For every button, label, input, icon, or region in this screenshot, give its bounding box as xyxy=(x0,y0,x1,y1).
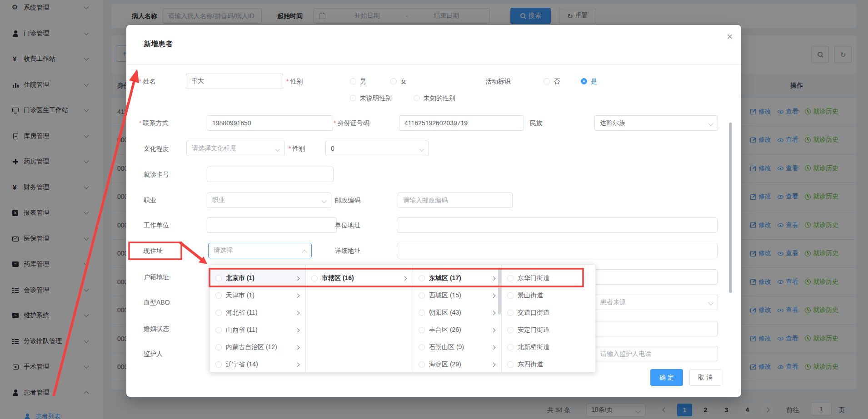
radio-icon[interactable] xyxy=(507,275,514,281)
radio-icon[interactable] xyxy=(507,327,514,333)
chevron-right-icon xyxy=(491,345,496,350)
radio-unknown-gender[interactable] xyxy=(414,95,420,101)
chevron-right-icon xyxy=(491,276,496,281)
cascader-option[interactable]: 交道口街道 xyxy=(502,304,596,321)
active-flag-label: 活动标识 xyxy=(485,74,511,89)
chevron-right-icon xyxy=(295,311,300,315)
guardian-phone-input[interactable] xyxy=(595,346,718,361)
radio-icon[interactable] xyxy=(215,344,222,350)
radio-icon[interactable] xyxy=(419,327,425,333)
chevron-right-icon xyxy=(295,293,300,298)
radio-icon[interactable] xyxy=(215,361,222,368)
cancel-button[interactable]: 取 消 xyxy=(689,369,721,386)
cascader-option[interactable]: 朝阳区 (43) xyxy=(413,304,501,321)
radio-icon[interactable] xyxy=(419,292,425,299)
detail-address-input[interactable] xyxy=(397,243,718,258)
gender2-select[interactable]: 0 xyxy=(325,141,429,156)
cascader-province-column: 北京市 (1) 天津市 (1) 河北省 (11) 山西省 (11) xyxy=(210,265,306,372)
radio-male[interactable] xyxy=(350,78,356,84)
address-cascader-panel: 北京市 (1) 天津市 (1) 河北省 (11) 山西省 (11) xyxy=(210,264,596,373)
ethnicity-select[interactable]: 达斡尔族 xyxy=(594,115,718,131)
postal-input[interactable] xyxy=(398,192,513,208)
cascader-option[interactable]: 天津市 (1) xyxy=(210,287,305,304)
cascader-option[interactable]: 西城区 (15) xyxy=(413,287,501,304)
radio-icon[interactable] xyxy=(215,327,222,333)
cascader-option[interactable]: 东四街道 xyxy=(502,356,596,373)
chevron-up-icon xyxy=(302,250,307,255)
current-address-label: 现住址 xyxy=(144,243,163,258)
cascader-option[interactable]: 海淀区 (29) xyxy=(413,356,501,373)
radio-icon[interactable] xyxy=(507,310,514,316)
household-address-label: 户籍地址 xyxy=(144,269,169,285)
radio-icon[interactable] xyxy=(215,310,222,316)
cascader-street-column: 东华门街道 景山街道 交道口街道 安定门街道 北新桥街道 xyxy=(502,265,596,372)
radio-active-yes-label[interactable]: 是 xyxy=(591,74,597,89)
cascader-option[interactable]: 北京市 (1) xyxy=(210,270,305,287)
modal-scrollbar[interactable] xyxy=(729,123,732,293)
name-label: *姓名 xyxy=(139,74,155,89)
occupation-select[interactable]: 职业 xyxy=(207,192,331,208)
cascader-option[interactable]: 景山街道 xyxy=(502,287,596,304)
radio-unknown-gender-label[interactable]: 未知的性别 xyxy=(424,90,455,106)
cascader-scrollbar[interactable] xyxy=(498,267,501,315)
chevron-down-icon xyxy=(419,146,424,151)
radio-icon[interactable] xyxy=(419,310,425,316)
chevron-right-icon xyxy=(491,311,496,315)
radio-active-no[interactable] xyxy=(544,78,550,84)
cascader-option[interactable]: 石景山区 (9) xyxy=(413,339,501,356)
blood-type-label: 血型ABO xyxy=(144,295,170,310)
radio-icon[interactable] xyxy=(507,344,514,350)
phone-input[interactable] xyxy=(207,115,333,131)
radio-icon[interactable] xyxy=(311,275,318,281)
chevron-down-icon xyxy=(708,121,713,126)
chevron-right-icon xyxy=(491,293,496,298)
marital-status-label: 婚姻状态 xyxy=(144,321,169,336)
patient-source-select[interactable]: 患者来源 xyxy=(595,295,718,310)
radio-unexplained-gender[interactable] xyxy=(350,95,356,101)
name-input[interactable] xyxy=(186,74,283,89)
radio-icon[interactable] xyxy=(215,292,222,299)
cascader-option[interactable]: 河北省 (11) xyxy=(210,304,305,321)
cascader-option[interactable]: 市辖区 (16) xyxy=(306,270,413,287)
cascader-option[interactable]: 安定门街道 xyxy=(502,321,596,339)
work-unit-input[interactable] xyxy=(207,217,337,233)
radio-unexplained-gender-label[interactable]: 未说明性别 xyxy=(360,90,392,106)
work-unit-label: 工作单位 xyxy=(144,217,169,233)
chevron-down-icon xyxy=(708,300,713,305)
id-card-label: *身份证号码 xyxy=(334,115,369,131)
unit-address-input[interactable] xyxy=(397,217,718,233)
confirm-button[interactable]: 确 定 xyxy=(650,369,683,386)
radio-icon[interactable] xyxy=(215,275,222,281)
current-address-cascader-trigger[interactable]: 请选择 xyxy=(208,243,312,258)
education-select[interactable]: 请选择文化程度 xyxy=(186,141,285,156)
chevron-right-icon xyxy=(491,362,496,367)
radio-icon[interactable] xyxy=(507,292,514,299)
chevron-right-icon xyxy=(295,276,300,281)
chevron-right-icon xyxy=(403,276,407,281)
radio-icon[interactable] xyxy=(419,344,425,350)
id-card-input[interactable] xyxy=(399,115,524,131)
cascader-option[interactable]: 内蒙古自治区 (12) xyxy=(210,339,305,356)
visit-card-input[interactable] xyxy=(207,167,334,182)
cascader-option[interactable]: 北新桥街道 xyxy=(502,339,596,356)
cascader-district-column: 东城区 (17) 西城区 (15) 朝阳区 (43) 丰台区 (26) xyxy=(413,265,502,372)
radio-male-label[interactable]: 男 xyxy=(360,74,366,89)
radio-female-label[interactable]: 女 xyxy=(400,74,407,89)
phone-label: *联系方式 xyxy=(139,115,168,131)
cascader-option[interactable]: 东城区 (17) xyxy=(413,270,501,287)
radio-icon[interactable] xyxy=(419,275,425,281)
radio-icon[interactable] xyxy=(419,361,425,368)
cascader-option[interactable]: 山西省 (11) xyxy=(210,321,305,339)
radio-active-yes[interactable] xyxy=(581,78,587,84)
radio-active-no-label[interactable]: 否 xyxy=(554,74,560,89)
cascader-option[interactable]: 丰台区 (26) xyxy=(413,321,501,339)
guardian-label: 监护人 xyxy=(144,346,163,361)
unit-address-label: 单位地址 xyxy=(335,217,360,233)
close-icon[interactable]: × xyxy=(723,30,737,44)
radio-female[interactable] xyxy=(390,78,397,84)
postal-label: 邮政编码 xyxy=(335,192,360,208)
cascader-option[interactable]: 东华门街道 xyxy=(502,270,596,287)
cascader-option[interactable]: 辽宁省 (14) xyxy=(210,356,305,373)
chevron-right-icon xyxy=(295,362,300,367)
radio-icon[interactable] xyxy=(507,361,514,368)
